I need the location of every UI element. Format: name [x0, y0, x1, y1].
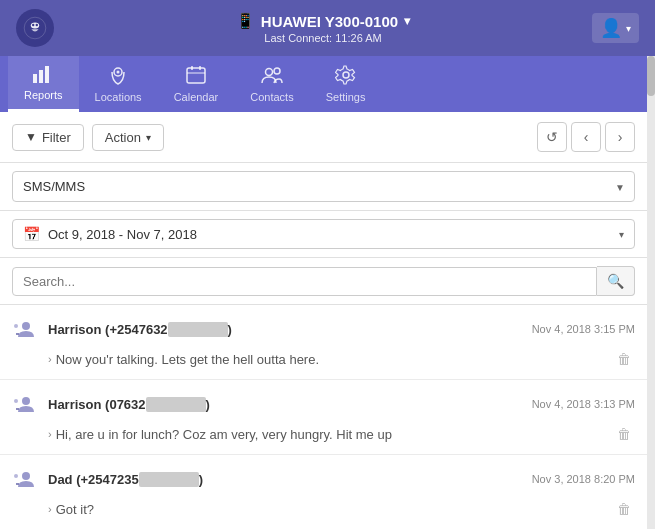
main-content: Reports Locations	[0, 56, 647, 529]
message-header-3: Dad (+2547235 ) Nov 3, 2018 8:20 PM	[0, 455, 647, 495]
message-body-1: Now you'r talking. Lets get the hell out…	[56, 352, 613, 367]
sidebar-item-calendar[interactable]: Calendar	[158, 56, 235, 112]
message-header-1: Harrison (+2547632 ) Nov 4, 2018 3:15 PM	[0, 305, 647, 345]
last-connect: Last Connect: 11:26 AM	[54, 32, 592, 44]
settings-label: Settings	[326, 91, 366, 103]
message-body-3: Got it?	[56, 502, 613, 517]
app-wrapper: 📱 HUAWEI Y300-0100 ▾ Last Connect: 11:26…	[0, 0, 655, 529]
header: 📱 HUAWEI Y300-0100 ▾ Last Connect: 11:26…	[0, 0, 655, 56]
svg-point-16	[22, 322, 30, 330]
message-body-row-1: › Now you'r talking. Lets get the hell o…	[0, 345, 647, 379]
svg-point-13	[265, 69, 272, 76]
device-dropdown-icon: ▾	[404, 14, 410, 28]
navbar: Reports Locations	[0, 56, 647, 112]
message-sender-2: Harrison (07632 )	[48, 397, 532, 412]
app-logo	[16, 9, 54, 47]
expand-icon-1[interactable]: ›	[48, 353, 52, 365]
sidebar-item-contacts[interactable]: Contacts	[234, 56, 309, 112]
settings-icon	[335, 64, 357, 89]
table-row: Harrison (+2547632 ) Nov 4, 2018 3:15 PM…	[0, 305, 647, 380]
table-row: Dad (+2547235 ) Nov 3, 2018 8:20 PM › Go…	[0, 455, 647, 529]
device-name: HUAWEI Y300-0100	[261, 13, 398, 30]
user-dropdown-icon: ▾	[626, 23, 631, 34]
svg-point-3	[36, 24, 38, 26]
svg-point-8	[117, 71, 120, 74]
expand-icon-3[interactable]: ›	[48, 503, 52, 515]
action-button[interactable]: Action ▾	[92, 124, 164, 151]
contacts-icon	[260, 64, 284, 89]
next-icon: ›	[618, 129, 623, 145]
date-range-picker[interactable]: 📅 Oct 9, 2018 - Nov 7, 2018 ▾	[12, 219, 635, 249]
message-avatar-3	[12, 465, 40, 493]
svg-point-18	[22, 397, 30, 405]
type-select[interactable]: SMS/MMS Calls Emails Photos Videos	[12, 171, 635, 202]
sender-blurred-3	[139, 472, 199, 487]
calendar-date-icon: 📅	[23, 226, 40, 242]
svg-point-20	[22, 472, 30, 480]
locations-icon	[107, 64, 129, 89]
message-list: Harrison (+2547632 ) Nov 4, 2018 3:15 PM…	[0, 305, 647, 529]
message-avatar-1	[12, 315, 40, 343]
table-row: Harrison (07632 ) Nov 4, 2018 3:13 PM › …	[0, 380, 647, 455]
delete-button-3[interactable]: 🗑	[613, 499, 635, 519]
filter-label: Filter	[42, 130, 71, 145]
sender-blurred-1	[168, 322, 228, 337]
message-body-row-3: › Got it? 🗑	[0, 495, 647, 529]
toolbar-left: ▼ Filter Action ▾	[12, 124, 164, 151]
toolbar-right: ↺ ‹ ›	[537, 122, 635, 152]
svg-rect-9	[187, 68, 205, 83]
svg-rect-5	[39, 70, 43, 83]
reports-label: Reports	[24, 89, 63, 101]
refresh-button[interactable]: ↺	[537, 122, 567, 152]
prev-button[interactable]: ‹	[571, 122, 601, 152]
message-time-2: Nov 4, 2018 3:13 PM	[532, 398, 635, 410]
svg-point-14	[274, 68, 280, 74]
type-filter-row: SMS/MMS Calls Emails Photos Videos	[0, 163, 647, 211]
message-time-3: Nov 3, 2018 8:20 PM	[532, 473, 635, 485]
message-body-row-2: › Hi, are u in for lunch? Coz am very, v…	[0, 420, 647, 454]
svg-point-2	[32, 24, 34, 26]
message-time-1: Nov 4, 2018 3:15 PM	[532, 323, 635, 335]
locations-label: Locations	[95, 91, 142, 103]
message-sender-3: Dad (+2547235 )	[48, 472, 532, 487]
contacts-label: Contacts	[250, 91, 293, 103]
header-center: 📱 HUAWEI Y300-0100 ▾ Last Connect: 11:26…	[54, 12, 592, 44]
search-icon: 🔍	[607, 273, 624, 289]
scrollbar-thumb[interactable]	[647, 56, 655, 96]
sidebar-item-locations[interactable]: Locations	[79, 56, 158, 112]
message-body-2: Hi, are u in for lunch? Coz am very, ver…	[56, 427, 613, 442]
device-icon: 📱	[236, 12, 255, 30]
date-filter-row: 📅 Oct 9, 2018 - Nov 7, 2018 ▾	[0, 211, 647, 258]
svg-rect-4	[33, 74, 37, 83]
next-button[interactable]: ›	[605, 122, 635, 152]
scrollbar-track[interactable]	[647, 56, 655, 529]
filter-button[interactable]: ▼ Filter	[12, 124, 84, 151]
delete-button-2[interactable]: 🗑	[613, 424, 635, 444]
reports-icon	[32, 64, 54, 87]
calendar-icon	[185, 64, 207, 89]
message-header-2: Harrison (07632 ) Nov 4, 2018 3:13 PM	[0, 380, 647, 420]
svg-point-1	[31, 23, 39, 29]
toolbar: ▼ Filter Action ▾ ↺ ‹	[0, 112, 647, 163]
filter-icon: ▼	[25, 130, 37, 144]
prev-icon: ‹	[584, 129, 589, 145]
type-dropdown-wrapper: SMS/MMS Calls Emails Photos Videos	[12, 171, 635, 202]
user-icon: 👤	[600, 17, 622, 39]
sidebar-item-settings[interactable]: Settings	[310, 56, 382, 112]
content-area: ▼ Filter Action ▾ ↺ ‹	[0, 112, 647, 529]
device-info[interactable]: 📱 HUAWEI Y300-0100 ▾	[54, 12, 592, 30]
search-button[interactable]: 🔍	[597, 266, 635, 296]
svg-point-21	[14, 474, 18, 478]
action-label: Action	[105, 130, 141, 145]
sidebar-item-reports[interactable]: Reports	[8, 56, 79, 112]
search-input[interactable]	[12, 267, 597, 296]
date-range-value: Oct 9, 2018 - Nov 7, 2018	[48, 227, 197, 242]
svg-point-15	[343, 72, 349, 78]
expand-icon-2[interactable]: ›	[48, 428, 52, 440]
user-menu[interactable]: 👤 ▾	[592, 13, 639, 43]
sender-blurred-2	[146, 397, 206, 412]
message-sender-1: Harrison (+2547632 )	[48, 322, 532, 337]
message-avatar-2	[12, 390, 40, 418]
delete-button-1[interactable]: 🗑	[613, 349, 635, 369]
date-caret-icon: ▾	[619, 229, 624, 240]
